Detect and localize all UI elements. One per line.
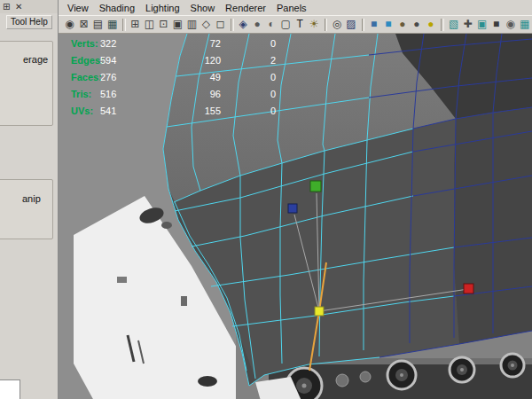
manipulator-handle-green[interactable]: [310, 181, 321, 192]
hud-v1: 322: [100, 38, 116, 49]
hud-stats: Verts:322720Edges:5941202Faces:276490Tri…: [67, 38, 316, 122]
camera-bookmark-icon[interactable]: ▤: [91, 17, 105, 32]
xray-icon[interactable]: ▨: [344, 17, 357, 32]
hud-v3: 0: [270, 38, 276, 49]
menu-show[interactable]: Show: [185, 2, 221, 14]
panel-menu-icon[interactable]: ⊞: [3, 1, 10, 12]
bounding-box-icon[interactable]: ▢: [279, 17, 293, 32]
teal-plane-icon[interactable]: ▦: [518, 17, 531, 32]
menu-panels[interactable]: Panels: [271, 2, 312, 14]
hud-label: Verts:: [71, 38, 98, 49]
isolate-select-icon[interactable]: ◎: [330, 17, 343, 32]
film-gate-icon[interactable]: ◫: [143, 17, 156, 32]
menu-shading[interactable]: Shading: [94, 2, 140, 14]
occlusion-sphere-icon[interactable]: ●: [395, 17, 409, 32]
hud-v1: 516: [100, 89, 116, 99]
shadow-sphere-icon[interactable]: ●: [410, 17, 423, 32]
hud-label: UVs:: [71, 106, 93, 116]
panel-bottom-box: [0, 379, 20, 399]
hud-label: Tris:: [71, 89, 91, 99]
menu-lighting[interactable]: Lighting: [140, 2, 185, 14]
safe-title-icon[interactable]: ◻: [214, 17, 227, 32]
textured-cube-icon[interactable]: ■: [381, 17, 395, 32]
gray-sphere-icon[interactable]: ◉: [504, 17, 517, 32]
hud-v2: 120: [160, 55, 221, 66]
panel-frame-bottom: [0, 179, 53, 239]
hud-v3: 0: [270, 72, 276, 82]
textured-icon[interactable]: T: [293, 17, 307, 32]
hud-v3: 0: [270, 106, 276, 116]
lights-icon[interactable]: ☀: [308, 17, 321, 32]
manipulator-handle-red[interactable]: [464, 284, 473, 293]
wireframe-icon[interactable]: ◈: [237, 17, 250, 32]
image-plane-icon[interactable]: ▦: [106, 17, 119, 32]
hud-v2: 72: [160, 38, 221, 49]
photo-knob: [501, 354, 524, 377]
default-material-icon[interactable]: ■: [367, 17, 380, 32]
truncated-label-manip: anip: [22, 193, 41, 204]
manipulator-handle-blue[interactable]: [288, 204, 297, 213]
viewport-toolbar: ◉⊠▤▦⊞◫⊡▣▥◇◻◈●◐▢T☀◎▨■■●●●▧✚▣■◉▦: [59, 15, 532, 34]
hud-v1: 541: [100, 106, 116, 116]
dark-cube-icon[interactable]: ■: [489, 17, 503, 32]
toolbar-separator: [122, 19, 126, 31]
photo-knob: [387, 361, 416, 389]
gate-mask-icon[interactable]: ▣: [171, 17, 184, 32]
hud-row: Edges:5941202: [67, 55, 316, 72]
tool-help-button[interactable]: Tool Help: [6, 15, 52, 29]
hud-row: Faces:276490: [67, 72, 316, 89]
hud-v3: 0: [270, 89, 276, 99]
tool-settings-panel: ⊞ ✕ Tool Help erage anip: [0, 0, 59, 399]
viewport-panel: ViewShadingLightingShowRendererPanels ◉⊠…: [59, 0, 532, 399]
marquee-select-icon[interactable]: ▧: [447, 17, 460, 32]
hud-row: Tris:516960: [67, 89, 316, 106]
hud-row: UVs:5411550: [67, 106, 316, 122]
panel-close-icon[interactable]: ✕: [15, 1, 22, 12]
field-chart-icon[interactable]: ▥: [185, 17, 199, 32]
smooth-shade-icon[interactable]: ●: [251, 17, 264, 32]
viewport[interactable]: Verts:322720Edges:5941202Faces:276490Tri…: [59, 34, 532, 399]
panel-titlebar: ⊞ ✕: [0, 0, 58, 13]
hud-v2: 49: [160, 72, 221, 82]
snap-icon[interactable]: ✚: [461, 17, 474, 32]
toolbar-separator: [362, 19, 365, 31]
menu-renderer[interactable]: Renderer: [220, 2, 271, 14]
hud-v1: 276: [100, 72, 116, 82]
hud-v3: 2: [270, 55, 276, 66]
hud-label: Faces:: [71, 72, 102, 82]
truncated-label-average: erage: [23, 54, 48, 65]
menu-view[interactable]: View: [62, 2, 94, 14]
grid-icon[interactable]: ⊞: [129, 17, 142, 32]
hud-label: Edges:: [71, 55, 104, 66]
hud-v2: 155: [160, 106, 221, 116]
toolbar-separator: [325, 19, 328, 31]
highlight-sphere-icon[interactable]: ●: [424, 17, 437, 32]
resolution-gate-icon[interactable]: ⊡: [157, 17, 170, 32]
hud-v1: 594: [100, 55, 116, 66]
maya-window: ⊞ ✕ Tool Help erage anip ViewShadingLigh…: [0, 0, 532, 399]
hud-v2: 96: [160, 89, 221, 99]
photo-knob: [450, 357, 474, 382]
hud-row: Verts:322720: [67, 38, 316, 55]
menu-bar: ViewShadingLightingShowRendererPanels: [59, 0, 532, 15]
toolbar-separator: [231, 19, 234, 31]
camera-select-icon[interactable]: ◉: [63, 17, 76, 32]
toolbar-separator: [441, 19, 444, 31]
camera-lock-icon[interactable]: ⊠: [77, 17, 90, 32]
safe-action-icon[interactable]: ◇: [200, 17, 213, 32]
manipulator-handle-yellow[interactable]: [315, 307, 324, 316]
flat-shade-icon[interactable]: ◐: [265, 17, 278, 32]
teal-cube-icon[interactable]: ▣: [475, 17, 489, 32]
